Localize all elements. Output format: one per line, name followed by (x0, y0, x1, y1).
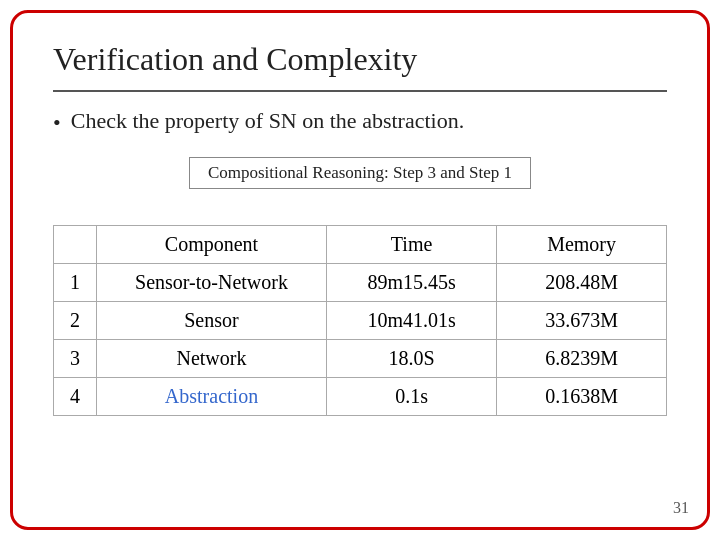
bullet-text: Check the property of SN on the abstract… (71, 108, 464, 134)
header-num (54, 225, 97, 263)
table-row: 4 Abstraction 0.1s 0.1638M (54, 377, 667, 415)
row2-num: 2 (54, 301, 97, 339)
row4-time: 0.1s (326, 377, 496, 415)
slide-number: 31 (673, 499, 689, 517)
row1-component: Sensor-to-Network (97, 263, 327, 301)
bullet-dot: • (53, 108, 61, 139)
bullet-point: • Check the property of SN on the abstra… (53, 108, 667, 139)
row4-memory: 0.1638M (497, 377, 667, 415)
table-row: 3 Network 18.0S 6.8239M (54, 339, 667, 377)
row4-component: Abstraction (97, 377, 327, 415)
row3-num: 3 (54, 339, 97, 377)
slide-title: Verification and Complexity (53, 41, 667, 78)
row3-component: Network (97, 339, 327, 377)
row3-memory: 6.8239M (497, 339, 667, 377)
box-label-wrapper: Compositional Reasoning: Step 3 and Step… (53, 157, 667, 207)
row3-time: 18.0S (326, 339, 496, 377)
header-memory: Memory (497, 225, 667, 263)
row2-memory: 33.673M (497, 301, 667, 339)
box-label: Compositional Reasoning: Step 3 and Step… (189, 157, 531, 189)
slide: Verification and Complexity • Check the … (10, 10, 710, 530)
row1-num: 1 (54, 263, 97, 301)
table-header-row: Component Time Memory (54, 225, 667, 263)
row1-time: 89m15.45s (326, 263, 496, 301)
header-component: Component (97, 225, 327, 263)
data-table: Component Time Memory 1 Sensor-to-Networ… (53, 225, 667, 416)
table-row: 1 Sensor-to-Network 89m15.45s 208.48M (54, 263, 667, 301)
row2-time: 10m41.01s (326, 301, 496, 339)
table-row: 2 Sensor 10m41.01s 33.673M (54, 301, 667, 339)
row4-num: 4 (54, 377, 97, 415)
header-time: Time (326, 225, 496, 263)
row1-memory: 208.48M (497, 263, 667, 301)
row2-component: Sensor (97, 301, 327, 339)
title-divider (53, 90, 667, 92)
